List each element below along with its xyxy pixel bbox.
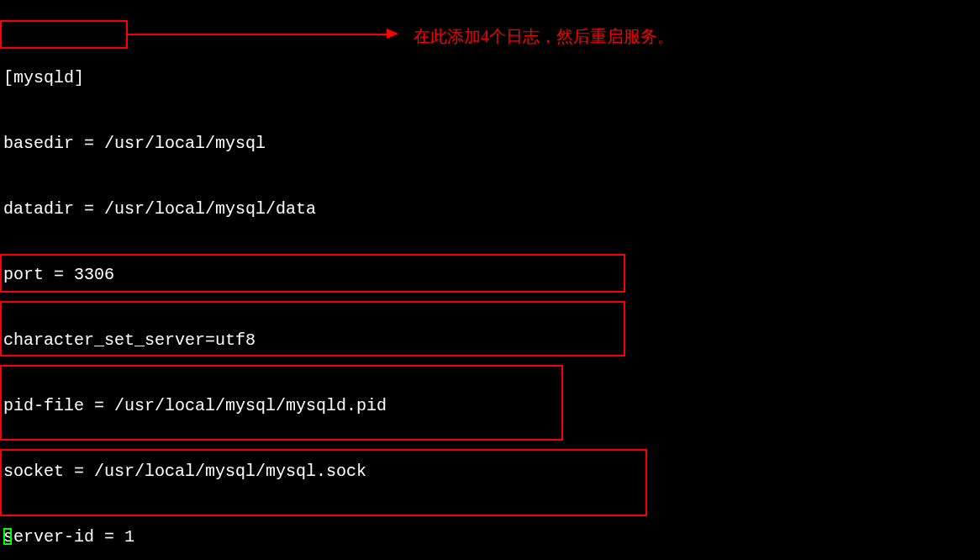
cfg-charset: character_set_server=utf8 (3, 330, 851, 351)
cfg-basedir: basedir = /usr/local/mysql (3, 133, 851, 155)
terminal-cursor (3, 528, 12, 545)
cfg-serverid: server-id = 1 (3, 526, 851, 548)
config-file-content: [mysqld] basedir = /usr/local/mysql data… (3, 24, 851, 560)
cfg-section-mysqld: [mysqld] (3, 67, 851, 89)
terminal-window: [mysqld] basedir = /usr/local/mysql data… (0, 0, 980, 560)
annotation-text: 在此添加4个日志，然后重启服务。 (414, 25, 674, 47)
cfg-pidfile: pid-file = /usr/local/mysql/mysqld.pid (3, 395, 851, 417)
cfg-socket: socket = /usr/local/mysql/mysql.sock (3, 461, 851, 483)
cfg-datadir: datadir = /usr/local/mysql/data (3, 198, 851, 220)
cfg-port: port = 3306 (3, 264, 851, 286)
